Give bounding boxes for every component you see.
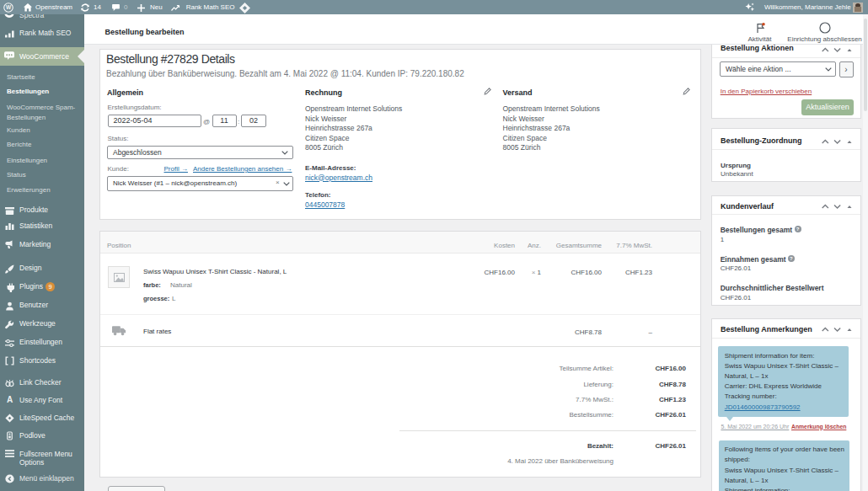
svg-text:W: W <box>6 4 12 10</box>
